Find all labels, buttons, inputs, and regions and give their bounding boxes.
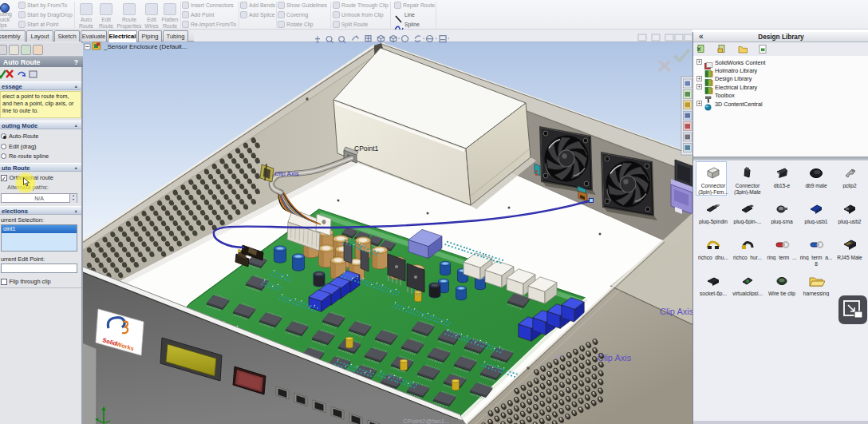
svg-text:_Sensor Enclosure (Default...: _Sensor Enclosure (Default...: [103, 43, 187, 50]
svg-text:CPoint2@fan1...: CPoint2@fan1...: [403, 418, 450, 424]
svg-text:Clip Axis: Clip Axis: [274, 170, 299, 177]
svg-text:Clip Axis: Clip Axis: [598, 353, 632, 363]
svg-text:CP: CP: [555, 354, 562, 359]
svg-text:Clip Axis: Clip Axis: [660, 307, 692, 316]
svg-text:CPoint1: CPoint1: [354, 145, 379, 153]
